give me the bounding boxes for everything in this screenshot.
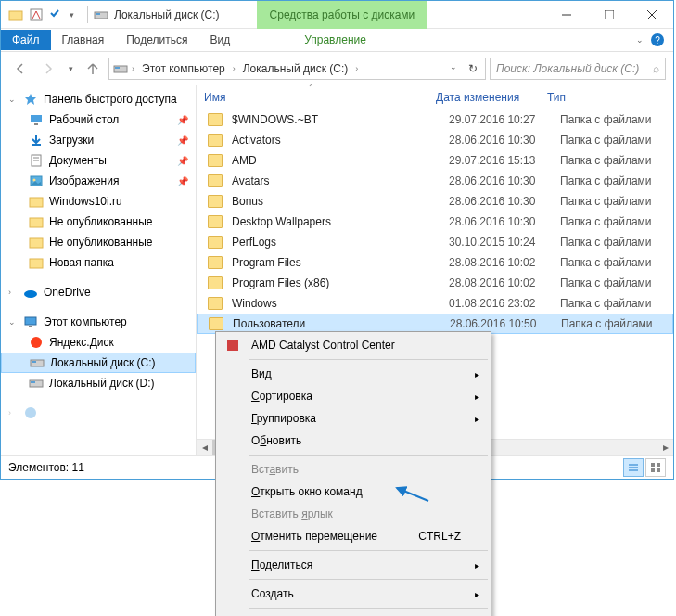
scroll-left-icon[interactable]: ◂ (197, 440, 212, 455)
table-row[interactable]: Windows 01.08.2016 23:02 Папка с файлами (197, 293, 673, 314)
menu-item-properties[interactable]: Свойства (218, 611, 489, 616)
menu-item-refresh[interactable]: Обновить (218, 430, 489, 452)
search-input[interactable] (496, 62, 653, 75)
menu-item-new[interactable]: Создать▸ (218, 583, 489, 605)
tab-file[interactable]: Файл (1, 30, 51, 50)
search-icon[interactable]: ⌕ (653, 62, 659, 75)
table-row[interactable]: Program Files 28.08.2016 10:02 Папка с ф… (197, 252, 673, 273)
ribbon-expand-icon[interactable]: ⌄ (636, 35, 644, 45)
check-icon[interactable] (49, 7, 64, 22)
chevron-right-icon[interactable]: › (132, 64, 134, 73)
view-icons-button[interactable] (645, 458, 666, 477)
close-button[interactable] (631, 1, 673, 29)
tab-view[interactable]: Вид (198, 30, 241, 50)
sidebar-item[interactable]: Windows10i.ru (1, 191, 196, 212)
menu-item-view[interactable]: Вид▸ (218, 363, 489, 385)
table-row[interactable]: Bonus 28.06.2016 10:30 Папка с файлами (197, 191, 673, 212)
table-row[interactable]: $WINDOWS.~BT 29.07.2016 10:27 Папка с фа… (197, 109, 673, 130)
column-header-name[interactable]: Имя (204, 91, 436, 104)
chevron-right-icon[interactable]: › (8, 288, 18, 297)
svg-rect-3 (96, 13, 100, 15)
address-bar[interactable]: › Этот компьютер › Локальный диск (C:) ›… (108, 58, 486, 80)
menu-item-open-cmd[interactable]: Открыть окно команд (218, 481, 489, 503)
menu-item-amd[interactable]: AMD Catalyst Control Center (218, 334, 489, 356)
recent-dropdown-icon[interactable]: ▾ (64, 57, 77, 81)
window-title: Локальный диск (C:) (114, 8, 220, 21)
menu-separator (249, 579, 488, 580)
table-row[interactable]: Desktop Wallpapers 28.06.2016 10:30 Папк… (197, 212, 673, 232)
desktop-icon (29, 112, 44, 127)
status-item-count: Элементов: 11 (8, 461, 84, 474)
table-row[interactable]: AMD 29.07.2016 15:13 Папка с файлами (197, 150, 673, 171)
chevron-right-icon: ▸ (475, 560, 479, 571)
up-button[interactable] (81, 57, 105, 81)
table-row[interactable]: Program Files (x86) 28.08.2016 10:02 Пап… (197, 273, 673, 293)
menu-item-group[interactable]: Группировка▸ (218, 407, 489, 430)
minimize-button[interactable] (545, 1, 588, 29)
pictures-icon (29, 173, 44, 188)
svg-marker-10 (25, 94, 36, 105)
sidebar-onedrive[interactable]: › OneDrive (1, 282, 196, 302)
view-details-button[interactable] (623, 458, 644, 477)
menu-item-share[interactable]: Поделиться▸ (218, 554, 489, 576)
sidebar-item[interactable]: Изображения📌 (1, 171, 196, 191)
chevron-down-icon[interactable]: ⌄ (8, 95, 18, 104)
sidebar-item[interactable]: Не опубликованные (1, 212, 196, 232)
pin-icon: 📌 (177, 176, 188, 186)
sidebar-network[interactable]: › (1, 403, 196, 423)
sidebar-item[interactable]: Загрузки📌 (1, 130, 196, 150)
table-row[interactable]: PerfLogs 30.10.2015 10:24 Папка с файлам… (197, 232, 673, 252)
sidebar-this-pc[interactable]: ⌄ Этот компьютер (1, 312, 196, 332)
tab-share[interactable]: Поделиться (115, 30, 198, 50)
refresh-icon[interactable]: ↻ (465, 62, 481, 75)
table-row[interactable]: Activators 28.06.2016 10:30 Папка с файл… (197, 130, 673, 150)
svg-rect-30 (31, 381, 35, 383)
pin-icon: 📌 (177, 135, 188, 146)
chevron-right-icon[interactable]: › (233, 64, 236, 73)
folder-icon (208, 236, 223, 249)
file-name: Program Files (232, 256, 449, 269)
documents-icon (29, 153, 44, 168)
tab-manage[interactable]: Управление (293, 30, 377, 50)
sidebar-item-drive[interactable]: Локальный диск (D:) (1, 373, 196, 393)
sidebar-item-label: Документы (49, 154, 107, 167)
file-type: Папка с файлами (560, 113, 671, 126)
sort-indicator-icon: ⌃ (308, 83, 314, 92)
sidebar-item-label: Этот компьютер (44, 315, 127, 328)
chevron-right-icon[interactable]: › (355, 64, 358, 73)
menu-item-undo[interactable]: Отменить перемещениеCTRL+Z (218, 525, 489, 547)
chevron-down-icon[interactable]: ⌄ (8, 317, 18, 327)
sidebar-item[interactable]: Не опубликованные (1, 232, 196, 252)
folder-icon (8, 7, 23, 22)
drive-icon (94, 7, 108, 22)
scroll-right-icon[interactable]: ▸ (657, 440, 673, 455)
breadcrumb-segment[interactable]: Локальный диск (C:) (239, 62, 352, 75)
properties-icon[interactable] (29, 7, 44, 22)
maximize-button[interactable] (588, 1, 631, 29)
search-box[interactable]: ⌕ (490, 58, 666, 80)
qat-dropdown-icon[interactable]: ▾ (70, 10, 74, 19)
sidebar-item-drive[interactable]: Яндекс.Диск (1, 332, 196, 353)
file-type: Папка с файлами (560, 174, 671, 187)
contextual-tab[interactable]: Средства работы с дисками (257, 1, 428, 29)
drive-icon (29, 376, 44, 391)
tab-home[interactable]: Главная (51, 30, 116, 50)
sidebar-item[interactable]: Новая папка (1, 252, 196, 273)
navigation-pane[interactable]: ⌄ Панель быстрого доступа Рабочий стол📌 … (1, 85, 197, 455)
sidebar-quick-access[interactable]: ⌄ Панель быстрого доступа (1, 89, 196, 109)
back-button[interactable] (8, 57, 32, 81)
monitor-icon (23, 314, 38, 329)
sidebar-item[interactable]: Документы📌 (1, 150, 196, 171)
address-dropdown-icon[interactable]: ⌄ (446, 62, 461, 75)
forward-button[interactable] (36, 57, 60, 81)
column-header-type[interactable]: Тип (547, 91, 658, 104)
breadcrumb-segment[interactable]: Этот компьютер (138, 62, 229, 75)
menu-item-sort[interactable]: Сортировка▸ (218, 385, 489, 407)
file-date: 28.06.2016 10:50 (450, 317, 561, 330)
help-icon[interactable]: ? (651, 33, 664, 46)
sidebar-item-label: Не опубликованные (49, 215, 153, 228)
column-header-date[interactable]: Дата изменения (436, 91, 547, 104)
table-row[interactable]: Avatars 28.06.2016 10:30 Папка с файлами (197, 171, 673, 191)
sidebar-item[interactable]: Рабочий стол📌 (1, 109, 196, 130)
sidebar-item-drive[interactable]: Локальный диск (C:) (1, 353, 196, 373)
